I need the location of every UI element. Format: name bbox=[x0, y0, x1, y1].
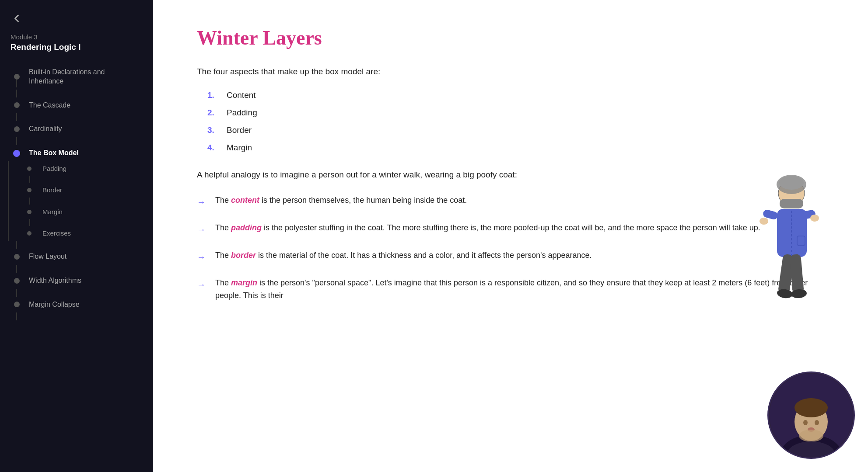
sidebar-item-flow-layout[interactable]: Flow Layout bbox=[0, 249, 153, 265]
sidebar-item-label: Margin bbox=[42, 208, 63, 216]
sidebar-item-padding[interactable]: Padding bbox=[16, 161, 153, 176]
sidebar-item-label: Exercises bbox=[42, 229, 71, 238]
arrow-icon: → bbox=[197, 278, 206, 292]
nav-dot bbox=[14, 102, 20, 108]
walking-figure bbox=[746, 175, 833, 323]
sidebar: Module 3 Rendering Logic I Built-in Decl… bbox=[0, 0, 153, 472]
list-number: 4. bbox=[207, 143, 218, 153]
svg-point-18 bbox=[794, 398, 828, 417]
list-text: Padding bbox=[227, 108, 257, 118]
nav-dot-active bbox=[13, 150, 20, 157]
list-number: 1. bbox=[207, 90, 218, 100]
highlight-padding: padding bbox=[231, 223, 262, 232]
svg-point-22 bbox=[799, 430, 823, 442]
bullet-text: The content is the person themselves, th… bbox=[215, 194, 467, 207]
svg-rect-3 bbox=[780, 199, 803, 208]
highlight-content: content bbox=[231, 196, 259, 205]
sidebar-item-label: Width Algorithms bbox=[29, 276, 81, 285]
back-button[interactable] bbox=[0, 0, 153, 33]
nav-dot-small bbox=[27, 231, 32, 236]
sidebar-item-width-algorithms[interactable]: Width Algorithms bbox=[0, 273, 153, 289]
highlight-margin: margin bbox=[231, 278, 257, 287]
nav-dot bbox=[14, 74, 20, 80]
page-title: Winter Layers bbox=[197, 26, 824, 49]
arrow-icon: → bbox=[197, 195, 206, 209]
module-title: Rendering Logic I bbox=[0, 42, 153, 64]
sidebar-item-margin-collapse[interactable]: Margin Collapse bbox=[0, 297, 153, 313]
list-number: 2. bbox=[207, 108, 218, 118]
nav-dot-small bbox=[27, 188, 32, 192]
bullet-item-border: → The border is the material of the coat… bbox=[197, 249, 824, 264]
numbered-list: 1. Content 2. Padding 3. Border 4. Margi… bbox=[197, 90, 824, 153]
bullet-text: The margin is the person's "personal spa… bbox=[215, 277, 824, 302]
svg-point-2 bbox=[779, 176, 804, 190]
sidebar-nav: Built-in Declarations andInheritance The… bbox=[0, 64, 153, 472]
bullet-item-padding: → The padding is the polyester stuffing … bbox=[197, 222, 824, 237]
arrow-icon: → bbox=[197, 250, 206, 264]
svg-point-20 bbox=[815, 420, 819, 425]
sidebar-item-margin[interactable]: Margin bbox=[16, 205, 153, 219]
sidebar-item-the-cascade[interactable]: The Cascade bbox=[0, 97, 153, 114]
main-content: Winter Layers The four aspects that make… bbox=[153, 0, 868, 472]
highlight-border: border bbox=[231, 251, 256, 260]
list-text: Margin bbox=[227, 143, 252, 153]
sidebar-item-exercises[interactable]: Exercises bbox=[16, 226, 153, 241]
bullet-item-margin: → The margin is the person's "personal s… bbox=[197, 277, 824, 302]
bullet-list: → The content is the person themselves, … bbox=[197, 194, 824, 302]
sidebar-item-label: The Box Model bbox=[29, 149, 79, 158]
sidebar-item-built-in-declarations[interactable]: Built-in Declarations andInheritance bbox=[0, 64, 153, 90]
svg-point-19 bbox=[803, 420, 808, 425]
sidebar-item-label: Flow Layout bbox=[29, 252, 66, 261]
analogy-paragraph: A helpful analogy is to imagine a person… bbox=[197, 168, 824, 181]
list-item: 2. Padding bbox=[207, 108, 824, 118]
bullet-text: The padding is the polyester stuffing in… bbox=[215, 222, 760, 235]
sidebar-item-label: Built-in Declarations andInheritance bbox=[29, 68, 105, 86]
list-text: Content bbox=[227, 90, 256, 100]
svg-rect-10 bbox=[789, 254, 804, 294]
list-text: Border bbox=[227, 125, 252, 135]
svg-point-8 bbox=[810, 215, 819, 222]
nav-dot-small bbox=[27, 210, 32, 214]
list-item: 1. Content bbox=[207, 90, 824, 100]
sidebar-item-label: Margin Collapse bbox=[29, 300, 80, 309]
sidebar-item-label: The Cascade bbox=[29, 101, 70, 110]
sidebar-item-the-box-model[interactable]: The Box Model bbox=[0, 145, 153, 161]
webcam-overlay bbox=[767, 371, 855, 459]
bullet-text: The border is the material of the coat. … bbox=[215, 249, 592, 262]
nav-dot bbox=[14, 278, 20, 284]
nav-dot bbox=[14, 302, 20, 307]
walking-figure-container bbox=[746, 175, 833, 325]
module-label: Module 3 bbox=[0, 33, 153, 42]
sidebar-item-label: Padding bbox=[42, 164, 66, 173]
bullet-item-content: → The content is the person themselves, … bbox=[197, 194, 824, 209]
webcam-person bbox=[770, 374, 853, 457]
sidebar-item-border[interactable]: Border bbox=[16, 183, 153, 198]
arrow-icon: → bbox=[197, 222, 206, 237]
list-item: 4. Margin bbox=[207, 143, 824, 153]
sidebar-item-label: Border bbox=[42, 186, 62, 194]
svg-point-7 bbox=[760, 218, 768, 225]
nav-dot bbox=[14, 126, 20, 132]
sidebar-item-label: Cardinality bbox=[29, 125, 62, 134]
nav-dot-small bbox=[27, 167, 32, 171]
nav-dot bbox=[14, 254, 20, 260]
list-number: 3. bbox=[207, 125, 218, 135]
sidebar-item-cardinality[interactable]: Cardinality bbox=[0, 121, 153, 137]
intro-paragraph: The four aspects that make up the box mo… bbox=[197, 65, 824, 78]
list-item: 3. Border bbox=[207, 125, 824, 135]
